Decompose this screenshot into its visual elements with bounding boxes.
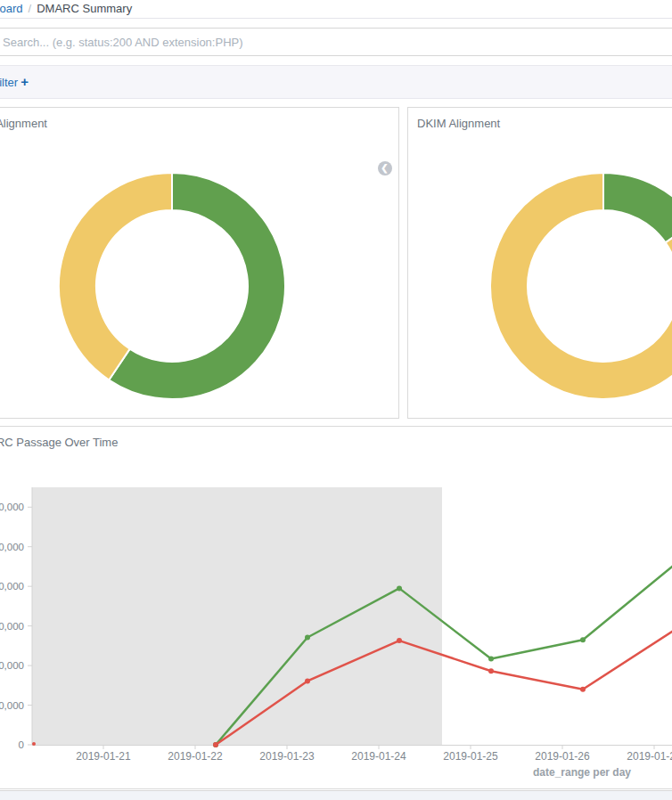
x-axis-tick-label: 2019-01-27 xyxy=(627,750,672,763)
spf-donut-chart[interactable] xyxy=(0,108,400,420)
y-axis-tick-label: 10,000 xyxy=(0,700,24,711)
x-axis-tick-label: 2019-01-21 xyxy=(76,750,131,763)
x-axis-tick-label: 2019-01-24 xyxy=(351,750,406,763)
breadcrumb: Dashboard/DMARC Summary xyxy=(0,0,132,18)
y-axis-tick-label: 60,000 xyxy=(0,502,24,512)
breadcrumb-bar: Dashboard/DMARC Summary xyxy=(0,0,672,19)
search-input[interactable] xyxy=(0,28,672,56)
passage-over-time-line-chart[interactable]: 010,00020,00030,00040,00050,00060,000201… xyxy=(0,427,672,790)
y-axis-tick-label: 0 xyxy=(19,739,24,750)
x-axis-tick-label: 2019-01-22 xyxy=(168,750,223,763)
breadcrumb-link-dashboard[interactable]: Dashboard xyxy=(0,2,23,15)
add-filter-link[interactable]: Add a filter+ xyxy=(0,66,29,98)
red-series-edge-point xyxy=(32,742,36,746)
dmarc-passage-panel: DMARC Passage Over Time 010,00020,00030,… xyxy=(0,426,672,789)
endzone-shaded-band xyxy=(32,487,442,745)
point-red-series[interactable] xyxy=(305,678,310,683)
spf-alignment-panel: SPF Alignment ❮ xyxy=(0,107,399,419)
x-axis-title: date_range per day xyxy=(533,766,631,779)
filter-bar: Add a filter+ xyxy=(0,65,672,99)
point-green-series[interactable] xyxy=(397,585,402,591)
x-axis-tick-label: 2019-01-25 xyxy=(443,750,498,763)
point-red-series[interactable] xyxy=(213,742,218,747)
point-red-series[interactable] xyxy=(488,668,494,673)
chevron-left-icon: ❮ xyxy=(381,161,388,176)
point-red-series[interactable] xyxy=(397,638,402,643)
next-row-panel-top xyxy=(0,790,672,800)
point-red-series[interactable] xyxy=(580,687,586,692)
x-axis-tick-label: 2019-01-23 xyxy=(259,750,315,763)
y-axis-tick-label: 40,000 xyxy=(0,581,24,592)
donut-segment-green-segment[interactable] xyxy=(603,173,672,242)
add-filter-label: Add a filter xyxy=(0,76,18,89)
dashboard-stage: Dashboard/DMARC Summary Add a filter+ SP… xyxy=(0,0,672,800)
dkim-alignment-panel: DKIM Alignment xyxy=(407,107,672,419)
breadcrumb-current: DMARC Summary xyxy=(37,2,132,15)
y-axis-tick-label: 30,000 xyxy=(0,621,24,632)
plus-icon: + xyxy=(18,74,29,89)
y-axis-tick-label: 20,000 xyxy=(0,660,24,671)
point-green-series[interactable] xyxy=(488,657,494,662)
collapse-panel-button[interactable]: ❮ xyxy=(378,161,392,176)
donut-segment-yellow-segment[interactable] xyxy=(59,173,172,380)
point-green-series[interactable] xyxy=(305,635,310,641)
x-axis-tick-label: 2019-01-26 xyxy=(535,750,590,763)
y-axis-tick-label: 50,000 xyxy=(0,542,24,552)
breadcrumb-separator: / xyxy=(23,2,37,15)
point-green-series[interactable] xyxy=(580,637,586,642)
dkim-donut-chart[interactable] xyxy=(408,108,672,420)
